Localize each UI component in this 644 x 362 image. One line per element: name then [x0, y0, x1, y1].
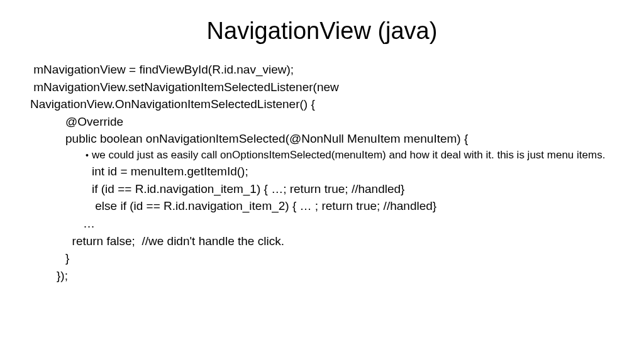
code-line: if (id == R.id.navigation_item_1) { …; r…	[30, 180, 614, 198]
slide-title: NavigationView (java)	[30, 18, 614, 45]
code-line: mNavigationView.setNavigationItemSelecte…	[30, 79, 614, 96]
code-line: NavigationView.OnNavigationItemSelectedL…	[30, 96, 614, 113]
bullet-line: • we could just as easily call onOptions…	[30, 148, 614, 163]
code-line: return false; //we didn't handle the cli…	[30, 233, 614, 250]
code-line: mNavigationView = findViewById(R.id.nav_…	[30, 61, 614, 79]
code-line: @Override	[30, 113, 614, 131]
bullet-icon: •	[86, 149, 89, 162]
slide: NavigationView (java) mNavigationView = …	[0, 0, 644, 362]
slide-content: mNavigationView = findViewById(R.id.nav_…	[30, 61, 614, 284]
code-line: …	[30, 215, 614, 233]
code-line: else if (id == R.id.navigation_item_2) {…	[30, 197, 614, 215]
code-line: public boolean onNavigationItemSelected(…	[30, 130, 614, 148]
bullet-text: we could just as easily call onOptionsIt…	[92, 149, 605, 161]
code-line: int id = menuItem.getItemId();	[30, 163, 614, 180]
code-line: }	[30, 250, 614, 267]
code-line: });	[30, 267, 614, 285]
